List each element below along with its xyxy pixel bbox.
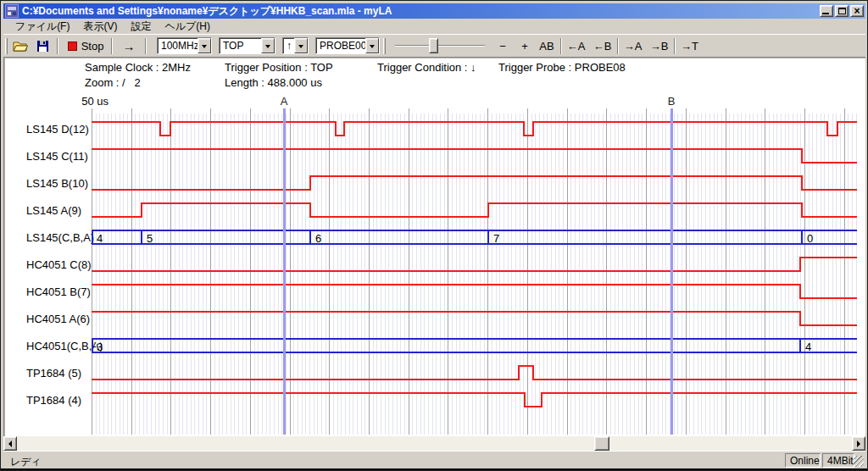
bus-value: 7 [493,232,499,245]
channel-label: LS145 B(10) [26,177,88,191]
combo-dropdown-button[interactable] [294,38,308,53]
stop-label: Stop [81,40,104,53]
bus-trace [92,230,857,244]
toolbar-grip[interactable] [5,38,8,54]
bus-trace [92,339,857,352]
channel-label: LS145 A(9) [26,204,81,218]
menu-settings[interactable]: 設定 [124,18,158,36]
goto-trigger-button[interactable]: →T [677,36,702,55]
digital-trace [92,176,857,190]
trigger-probe-info: Trigger Probe : PROBE08 [498,61,626,74]
trigger-condition-info: Trigger Condition : ↓ [377,61,476,74]
trigger-probe-combobox[interactable]: PROBE00 [315,37,380,54]
digital-trace [92,393,857,407]
maximize-icon [838,8,846,14]
bus-value: 3 [97,341,103,353]
ab-label: AB [539,40,554,53]
trigger-position-combobox[interactable]: TOP [219,37,275,54]
open-folder-icon [13,40,28,53]
arrow-left-icon [5,441,12,447]
bus-value: 6 [315,232,321,245]
app-icon[interactable] [5,4,19,18]
horizontal-scrollbar[interactable] [3,436,865,451]
set-marker-a-label: ←A [567,40,586,53]
goto-trigger-label: →T [681,40,698,53]
minimize-button[interactable] [820,5,833,17]
marker-label-b: B [665,95,678,108]
menu-help[interactable]: ヘルプ(H) [158,18,217,36]
combo-dropdown-button[interactable] [365,38,379,53]
trigger-edge-combobox[interactable]: ↑ [282,37,309,54]
close-button[interactable]: × [850,5,864,17]
resize-grip[interactable] [853,456,864,467]
chevron-down-icon [370,45,375,51]
trigger-position-info: Trigger Position : TOP [225,61,333,74]
ab-span-button[interactable]: AB [536,36,558,55]
channel-label: HC4051 C(8) [26,258,92,272]
combo-dropdown-button[interactable] [198,38,211,53]
scroll-left-button[interactable] [3,436,17,451]
scroll-right-button[interactable] [852,436,865,451]
toolbar-separator [560,38,562,54]
set-marker-b-label: ←B [593,40,612,53]
goto-marker-a-button[interactable]: →A [620,36,645,55]
close-icon: × [854,7,860,15]
time-scale-label: 50 us [73,95,108,108]
menu-bar: ファイル(F) 表示(V) 設定 ヘルプ(H) [3,19,865,34]
toolbar-separator [145,38,147,54]
bus-value: 0 [807,232,813,245]
goto-marker-b-button[interactable]: →B [647,36,671,55]
toolbar-separator [674,38,676,54]
goto-marker-a-label: →A [624,40,643,53]
combo-dropdown-button[interactable] [261,38,275,53]
menu-file[interactable]: ファイル(F) [8,18,76,36]
set-marker-a-button[interactable]: ←A [564,36,588,55]
title-bar[interactable]: C:¥Documents and Settings¥noname¥デスクトップ¥… [3,3,865,19]
floppy-disk-icon [36,40,49,53]
channel-label: HC4051 A(6) [26,313,90,326]
app-window: C:¥Documents and Settings¥noname¥デスクトップ¥… [0,0,868,471]
trigger-position-value: TOP [220,38,261,53]
digital-trace [92,149,857,163]
sample-clock-value: 100MHz [158,38,198,53]
zoom-info: Zoom : / 2 [85,76,141,89]
zoom-out-button[interactable]: − [492,36,513,55]
toolbar: Stop → 100MHz TOP ↑ PROBE00 − + [3,34,865,57]
waveform-client-area: Sample Clock : 2MHz Trigger Position : T… [3,57,865,436]
digital-trace [92,285,857,298]
toolbar-separator [617,38,619,54]
channel-label: TP1684 (5) [26,367,81,380]
slider-track[interactable] [395,45,485,47]
arrow-right-icon [857,441,864,447]
open-file-button[interactable] [10,36,31,55]
chevron-down-icon [265,45,270,51]
goto-marker-b-label: →B [650,40,669,53]
chevron-down-icon [298,45,303,51]
digital-trace [92,258,857,271]
zoom-slider[interactable] [395,36,485,55]
status-bar: レディ Online 4MBit [3,451,865,468]
save-button[interactable] [32,36,53,55]
channel-label: HC4051 B(7) [26,285,91,299]
marker-line-b[interactable] [670,108,673,435]
status-message: レディ [10,455,42,469]
slider-thumb[interactable] [429,38,438,53]
marker-line-a[interactable] [283,108,286,435]
waveform-grid[interactable]: 4567034 [92,108,857,435]
toolbar-separator [111,38,113,54]
stop-button[interactable]: Stop [63,36,108,55]
menu-view[interactable]: 表示(V) [76,18,124,36]
zoom-in-button[interactable]: + [515,36,535,55]
channel-label: TP1684 (4) [26,394,81,407]
sample-clock-combobox[interactable]: 100MHz [157,37,212,54]
channel-label: LS145 C(11) [26,150,88,163]
toolbar-grip[interactable] [383,38,386,54]
scrollbar-thumb[interactable] [594,436,609,451]
waveform-plot: 4567034 [92,108,857,435]
set-marker-b-button[interactable]: ←B [590,36,615,55]
channel-label: LS145 D(12) [26,123,89,136]
maximize-button[interactable] [835,5,849,17]
run-button[interactable]: → [116,36,142,55]
run-arrow-icon: → [123,39,136,53]
window-title: C:¥Documents and Settings¥noname¥デスクトップ¥… [22,4,818,19]
